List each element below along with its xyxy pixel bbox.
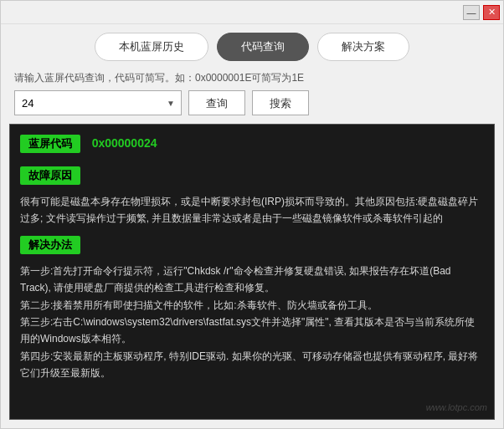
tab-solution[interactable]: 解决方案 [317,33,409,61]
bsod-code-value: 0x00000024 [92,136,157,150]
title-bar-buttons: — ✕ [463,5,500,20]
watermark: www.lotpc.com [426,402,487,412]
code-select-wrapper [14,90,182,115]
tab-history[interactable]: 本机蓝屏历史 [95,33,208,61]
input-row: 查询 搜索 [1,90,503,124]
search-button[interactable]: 搜索 [252,90,309,115]
title-bar: — ✕ [1,1,503,24]
cause-section: 故障原因 很有可能是磁盘本身存在物理损坏，或是中断要求封包(IRP)损坏而导致的… [20,166,484,227]
solution-text: 第一步:首先打开命令行提示符，运行"Chkdsk /r"命令检查并修复硬盘错误,… [20,263,484,382]
main-window: — ✕ 本机蓝屏历史 代码查询 解决方案 请输入蓝屏代码查询，代码可简写。如：0… [0,0,504,429]
result-area[interactable]: 蓝屏代码 0x00000024 故障原因 很有可能是磁盘本身存在物理损坏，或是中… [9,124,495,420]
cause-text: 很有可能是磁盘本身存在物理损坏，或是中断要求封包(IRP)损坏而导致的。其他原因… [20,193,484,227]
solution-label: 解决办法 [20,236,80,254]
bsod-code-section: 蓝屏代码 0x00000024 [20,135,484,158]
cause-label: 故障原因 [20,166,80,185]
query-button[interactable]: 查询 [188,90,245,115]
tab-code[interactable]: 代码查询 [217,33,309,61]
bsod-code-label: 蓝屏代码 [20,135,80,153]
close-button[interactable]: ✕ [483,5,500,20]
solution-section: 解决办法 第一步:首先打开命令行提示符，运行"Chkdsk /r"命令检查并修复… [20,236,484,382]
code-input[interactable] [14,90,182,115]
minimize-button[interactable]: — [463,5,480,20]
hint-text: 请输入蓝屏代码查询，代码可简写。如：0x0000001E可简写为1E [1,68,503,90]
tab-bar: 本机蓝屏历史 代码查询 解决方案 [1,24,503,68]
